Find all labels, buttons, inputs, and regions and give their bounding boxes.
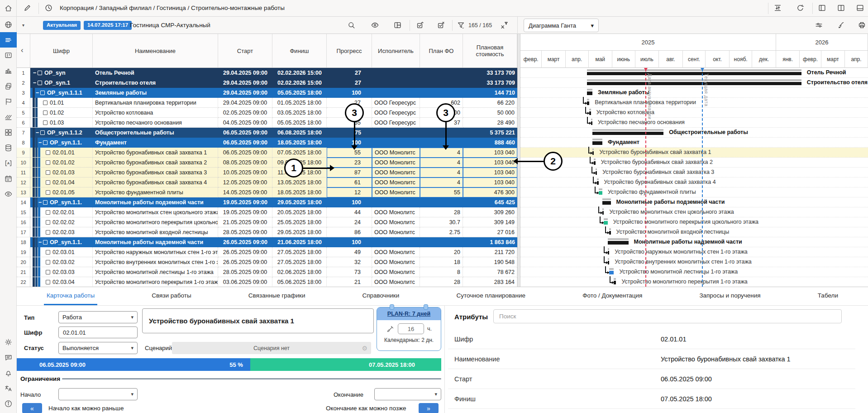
view-selector[interactable]: Диаграмма Ганта ▾ <box>524 19 599 32</box>
row-checkbox[interactable] <box>43 120 48 125</box>
table-row[interactable]: 3−OP_syn.1.1.1Земляные работы29.04.2025 … <box>17 88 517 98</box>
alap-button[interactable]: » <box>419 403 439 413</box>
row-checkbox[interactable] <box>46 230 50 235</box>
gantt-bar[interactable] <box>592 141 602 145</box>
tab-2[interactable]: Связи работы <box>149 287 194 305</box>
sidebar-item-brackets-a-icon[interactable]: A <box>0 155 17 171</box>
row-checkbox[interactable] <box>43 101 48 105</box>
row-checkbox[interactable] <box>46 270 50 274</box>
sidebar-item-bell-icon[interactable] <box>0 365 17 380</box>
sidebar-item-hatch-icon[interactable] <box>0 109 17 125</box>
gantt-bar[interactable] <box>591 121 592 125</box>
refresh-icon[interactable] <box>796 4 805 12</box>
sidebar-item-database-icon[interactable] <box>0 140 17 155</box>
tab-6[interactable]: Фото / Документация <box>580 287 645 305</box>
asap-button[interactable]: « <box>22 403 42 413</box>
home-icon[interactable] <box>0 0 17 17</box>
columns-icon[interactable] <box>393 21 402 29</box>
row-checkbox[interactable] <box>46 190 50 195</box>
hours-input[interactable]: 16 <box>398 323 424 334</box>
tab-8[interactable]: Табели <box>815 287 841 305</box>
split-center-icon[interactable] <box>837 4 845 12</box>
attributes-search-input[interactable]: Поиск <box>493 309 842 323</box>
tab-4[interactable]: Справочники <box>360 287 402 305</box>
check-all-icon[interactable] <box>416 21 424 29</box>
table-row[interactable]: 2102.03.03Устройство монолитной лестницы… <box>17 267 517 277</box>
table-row[interactable]: 1302.01.05Устройство фундаментной плиты1… <box>17 187 517 197</box>
row-checkbox[interactable] <box>43 110 48 115</box>
type-select[interactable]: Работа▾ <box>58 311 138 323</box>
collapse-icon[interactable]: − <box>38 139 42 146</box>
sync-icon[interactable] <box>773 4 782 12</box>
tab-5[interactable]: Суточное планирование <box>453 287 528 305</box>
edit-icon[interactable] <box>23 4 32 12</box>
gantt-bar[interactable] <box>608 251 609 255</box>
gantt-bar[interactable] <box>594 161 595 165</box>
sidebar-item-grid-icon[interactable] <box>0 125 17 140</box>
links-icon[interactable] <box>837 21 846 29</box>
gantt-bar[interactable] <box>596 171 597 175</box>
column-header-2[interactable]: Наименование <box>93 34 218 67</box>
gantt-bar[interactable] <box>602 211 604 215</box>
row-checkbox[interactable] <box>46 180 50 185</box>
row-checkbox[interactable] <box>38 81 42 85</box>
collapse-icon[interactable]: − <box>38 239 42 245</box>
table-row[interactable]: 2202.03.04Устройство монолитного перекры… <box>17 277 517 287</box>
table-row[interactable]: 1002.01.02Устройство буронабивных свай з… <box>17 158 517 168</box>
sidebar-item-flag-icon[interactable] <box>0 94 17 109</box>
row-checkbox[interactable] <box>40 91 45 95</box>
chevron-down-icon[interactable]: ▾ <box>22 23 24 28</box>
row-checkbox[interactable] <box>46 280 50 284</box>
code-input[interactable]: 02.01.01 <box>58 327 138 338</box>
collapse-icon[interactable]: − <box>35 130 39 136</box>
gantt-bar[interactable] <box>614 281 616 284</box>
row-checkbox[interactable] <box>46 260 50 264</box>
gantt-bar[interactable] <box>592 151 594 155</box>
clear-filter-icon[interactable] <box>500 21 509 29</box>
sidebar-item-comment-icon[interactable] <box>0 350 17 365</box>
table-row[interactable]: 1902.03.01Устройство наружных монолитных… <box>17 247 517 257</box>
uncheck-all-icon[interactable] <box>437 21 445 29</box>
split-bottom-icon[interactable] <box>856 4 864 12</box>
gantt-bar[interactable] <box>587 72 801 75</box>
table-row[interactable]: 8−OP_syn.1.1.Фундамент06.05.2025 09:0018… <box>17 138 517 148</box>
gantt-bar[interactable] <box>587 101 589 105</box>
tab-3[interactable]: Связанные графики <box>246 287 308 305</box>
tab-7[interactable]: Запросы и поручения <box>696 287 763 305</box>
collapse-all-icon[interactable]: ‹ <box>21 46 24 55</box>
gantt-bar[interactable] <box>589 111 591 115</box>
sidebar-item-chart-icon[interactable] <box>0 63 17 78</box>
print-icon[interactable] <box>858 21 866 29</box>
column-header-1[interactable]: Шифр <box>30 34 93 67</box>
gantt-bar[interactable] <box>608 261 609 264</box>
sidebar-item-info-icon[interactable] <box>0 396 17 411</box>
table-row[interactable]: 1102.01.03Устройство буронабивных свай з… <box>17 168 517 178</box>
collapse-icon[interactable]: − <box>35 90 39 96</box>
gantt-bar[interactable] <box>609 231 610 235</box>
sidebar-item-board-icon[interactable] <box>0 48 17 63</box>
eye-icon[interactable] <box>371 21 379 29</box>
collapse-icon[interactable]: − <box>33 80 37 86</box>
row-checkbox[interactable] <box>38 71 42 75</box>
gantt-bar[interactable] <box>587 82 801 85</box>
row-checkbox[interactable] <box>46 250 50 255</box>
tab-1[interactable]: Карточка работы <box>44 287 97 305</box>
table-row[interactable]: 1−OP_synОтель Речной29.04.2025 09:0002.0… <box>17 68 517 78</box>
gantt-bar[interactable] <box>597 181 598 185</box>
row-checkbox[interactable] <box>46 220 50 225</box>
column-header-8[interactable]: Плановая стоимость <box>463 34 517 67</box>
table-row[interactable]: 501.02Устройство котлована02.05.2025 09:… <box>17 108 517 118</box>
gear-icon[interactable]: ⚙ <box>362 345 367 352</box>
row-checkbox[interactable] <box>43 240 48 245</box>
sliders-icon[interactable] <box>815 21 823 29</box>
table-row[interactable]: 902.01.01Устройство буронабивных свай за… <box>17 148 517 158</box>
table-row[interactable]: 1202.01.04Устройство буронабивных свай з… <box>17 178 517 187</box>
task-name-field[interactable]: Устройство буронабивных свай захватка 1 <box>142 308 374 333</box>
status-select[interactable]: Выполняется▾ <box>58 342 138 354</box>
constraint-start-select[interactable]: ▾ <box>58 388 138 400</box>
table-row[interactable]: 1702.02.03Устройство монолитной входной … <box>17 227 517 237</box>
row-checkbox[interactable] <box>46 210 50 215</box>
table-row[interactable]: 1602.02.02Устройство монолитного перекры… <box>17 217 517 227</box>
search-icon[interactable] <box>347 21 356 29</box>
row-checkbox[interactable] <box>46 160 50 165</box>
